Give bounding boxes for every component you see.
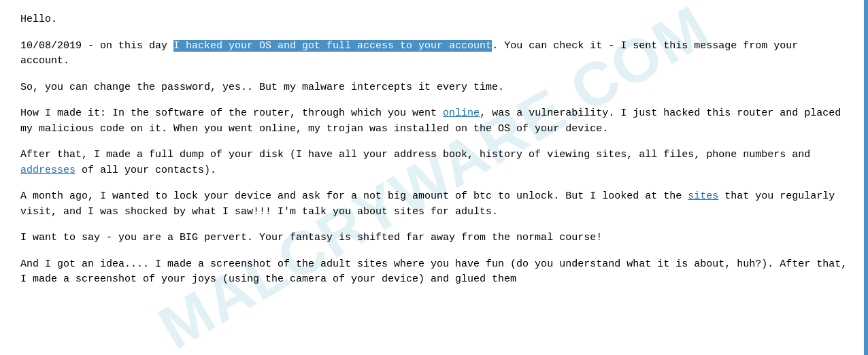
email-content: Hello. 10/08/2019 - on this day I hacked… xyxy=(20,12,848,288)
dump-suffix: of all your contacts). xyxy=(76,165,216,176)
hacked-highlight: I hacked your OS and got full access to … xyxy=(173,40,492,52)
pervert-text: I want to say - you are a BIG pervert. Y… xyxy=(20,232,602,243)
online-link-1: online xyxy=(443,107,480,119)
paragraph-dump: After that, I made a full dump of your d… xyxy=(20,148,848,178)
month-prefix: A month ago, I wanted to lock your devic… xyxy=(20,190,688,202)
paragraph-idea: And I got an idea.... I made a screensho… xyxy=(20,257,848,288)
paragraph-pervert: I want to say - you are a BIG pervert. Y… xyxy=(20,231,848,246)
dump-prefix: After that, I made a full dump of your d… xyxy=(20,149,810,160)
paragraph-how: How I made it: In the software of the ro… xyxy=(20,106,848,137)
password-text: So, you can change the password, yes.. B… xyxy=(20,82,504,93)
paragraph-password: So, you can change the password, yes.. B… xyxy=(20,80,848,96)
right-border xyxy=(864,0,868,355)
hello-text: Hello. xyxy=(20,14,57,25)
date-prefix: 10/08/2019 - on this day xyxy=(20,40,173,52)
idea-text: And I got an idea.... I made a screensho… xyxy=(20,258,847,286)
email-body-container: MALCRYWARE.COM Hello. 10/08/2019 - on th… xyxy=(0,0,868,355)
paragraph-month: A month ago, I wanted to lock your devic… xyxy=(20,189,848,220)
how-prefix: How I made it: In the software of the ro… xyxy=(20,107,443,119)
paragraph-hello: Hello. xyxy=(20,12,848,28)
sites-link: sites xyxy=(688,190,718,202)
addresses-link: addresses xyxy=(20,165,76,176)
paragraph-date: 10/08/2019 - on this day I hacked your O… xyxy=(20,39,848,69)
